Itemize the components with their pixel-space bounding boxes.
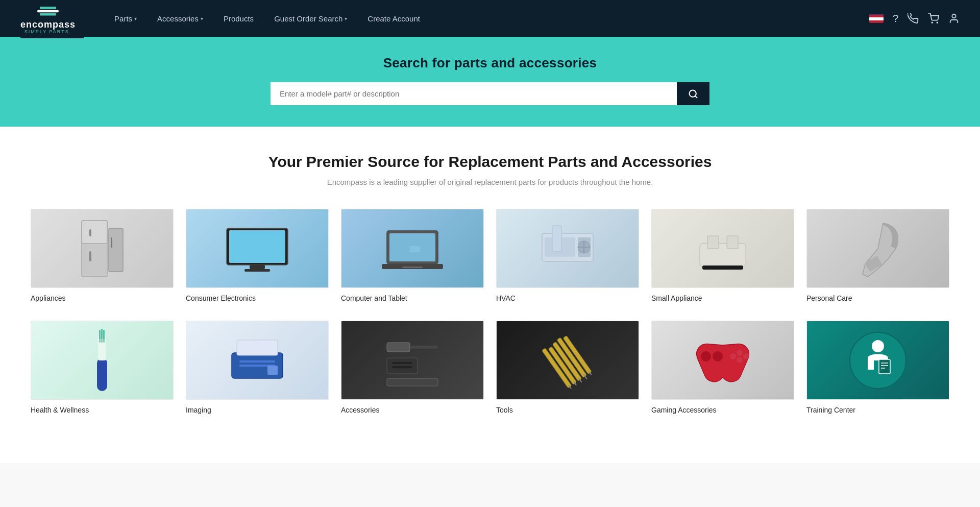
svg-rect-32 [727, 236, 738, 249]
category-card-electronics[interactable]: Consumer Electronics [186, 209, 329, 302]
svg-point-3 [932, 22, 933, 23]
cart-icon[interactable] [928, 13, 939, 24]
svg-rect-48 [387, 343, 410, 352]
nav-guest-order-search[interactable]: Guest Order Search ▾ [264, 0, 357, 37]
category-label-computer: Computer and Tablet [341, 294, 484, 302]
svg-rect-49 [410, 346, 438, 349]
training-image [807, 321, 949, 399]
category-grid-row1: Appliances Consumer Electronics [31, 209, 949, 302]
svg-rect-1 [37, 10, 59, 12]
user-icon[interactable] [948, 13, 960, 24]
category-card-personal-care[interactable]: Personal Care [806, 209, 949, 302]
category-card-training[interactable]: Training Center [806, 321, 949, 414]
svg-rect-51 [392, 362, 412, 364]
logo-box: encompass SIMPLY PARTS. [20, 3, 76, 34]
category-img-electronics [186, 209, 329, 288]
category-label-health: Health & Wellness [31, 406, 174, 414]
chevron-down-icon: ▾ [134, 16, 137, 21]
category-card-gaming[interactable]: Gaming Accessories [651, 321, 794, 414]
hero-title: Search for parts and accessories [383, 55, 597, 71]
category-img-appliances [31, 209, 174, 288]
category-label-small-appliance: Small Appliance [651, 294, 794, 302]
category-label-training: Training Center [806, 406, 949, 414]
search-bar [271, 82, 709, 105]
category-card-health[interactable]: Health & Wellness [31, 321, 174, 414]
search-button[interactable] [677, 82, 709, 105]
svg-point-67 [743, 353, 749, 359]
logo-tagline: SIMPLY PARTS. [24, 29, 71, 34]
svg-point-5 [952, 14, 955, 18]
svg-rect-11 [89, 251, 91, 261]
svg-rect-46 [237, 340, 278, 355]
category-img-imaging [186, 321, 329, 400]
nav-accessories-label: Accessories [157, 14, 199, 23]
category-img-hvac [496, 209, 639, 288]
help-icon[interactable]: ? [893, 13, 898, 25]
category-label-electronics: Consumer Electronics [186, 294, 329, 302]
imaging-image [186, 321, 328, 399]
logo-name: encompass [20, 20, 76, 29]
electronics-image [186, 209, 328, 287]
category-label-hvac: HVAC [496, 294, 639, 302]
svg-rect-53 [387, 378, 438, 386]
category-card-imaging[interactable]: Imaging [186, 321, 329, 414]
nav-accessories[interactable]: Accessories ▾ [147, 0, 213, 37]
hero-search-section: Search for parts and accessories [0, 37, 980, 127]
svg-rect-72 [879, 359, 890, 374]
svg-point-68 [701, 351, 711, 361]
category-img-tools [496, 321, 639, 400]
personal-care-image [807, 209, 949, 287]
category-label-tools: Tools [496, 406, 639, 414]
search-input[interactable] [271, 82, 677, 105]
category-img-health [31, 321, 174, 400]
nav-products[interactable]: Products [213, 0, 264, 37]
svg-rect-0 [40, 7, 56, 9]
category-card-accessories[interactable]: Accessories [341, 321, 484, 414]
category-card-computer[interactable]: Computer and Tablet [341, 209, 484, 302]
category-card-appliances[interactable]: Appliances [31, 209, 174, 302]
svg-rect-13 [111, 237, 112, 248]
svg-rect-44 [239, 360, 275, 363]
section-subtitle: Encompass is a leading supplier of origi… [31, 178, 949, 186]
nav-links: Parts ▾ Accessories ▾ Products Guest Ord… [104, 0, 869, 37]
chevron-down-icon: ▾ [345, 16, 347, 21]
svg-line-7 [695, 95, 697, 98]
category-card-small-appliance[interactable]: Small Appliance [651, 209, 794, 302]
category-img-accessories [341, 321, 484, 400]
category-grid-row2: Health & Wellness Imaging [31, 321, 949, 414]
us-flag-icon[interactable] [869, 14, 884, 23]
svg-point-4 [937, 22, 938, 23]
svg-rect-15 [229, 230, 285, 263]
accessories-image [341, 321, 483, 399]
category-card-tools[interactable]: Tools [496, 321, 639, 414]
svg-point-69 [713, 351, 723, 361]
tools-image [497, 321, 639, 399]
nav-create-account-label: Create Account [368, 14, 420, 23]
svg-rect-20 [410, 246, 420, 252]
phone-icon[interactable] [908, 13, 919, 24]
svg-point-66 [737, 357, 743, 363]
navbar: encompass SIMPLY PARTS. Parts ▾ Accessor… [0, 0, 980, 37]
category-label-accessories: Accessories [341, 406, 484, 414]
svg-point-64 [730, 353, 736, 359]
logo-area[interactable]: encompass SIMPLY PARTS. [20, 0, 84, 38]
category-label-gaming: Gaming Accessories [651, 406, 794, 414]
svg-rect-33 [702, 265, 743, 270]
search-icon [688, 89, 698, 99]
category-label-imaging: Imaging [186, 406, 329, 414]
appliances-image [31, 209, 173, 287]
nav-parts[interactable]: Parts ▾ [104, 0, 147, 37]
gaming-image [652, 321, 794, 399]
svg-rect-35 [97, 358, 107, 391]
svg-rect-42 [103, 336, 105, 343]
chevron-down-icon: ▾ [201, 16, 203, 21]
svg-rect-22 [402, 267, 423, 268]
svg-rect-40 [99, 336, 101, 343]
category-img-personal-care [806, 209, 949, 288]
category-card-hvac[interactable]: HVAC [496, 209, 639, 302]
nav-create-account[interactable]: Create Account [357, 0, 430, 37]
section-title: Your Premier Source for Replacement Part… [31, 153, 949, 171]
svg-point-71 [872, 340, 884, 352]
health-image [31, 321, 173, 399]
svg-rect-16 [250, 265, 265, 269]
